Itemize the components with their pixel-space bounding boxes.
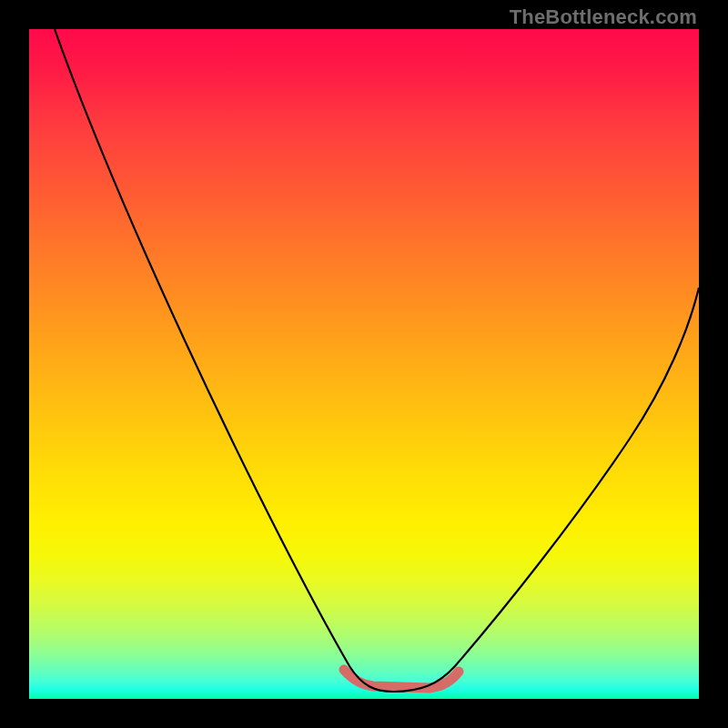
plot-area <box>29 29 699 699</box>
watermark-label: TheBottleneck.com <box>510 5 697 29</box>
chart-frame: TheBottleneck.com <box>0 0 728 728</box>
curve-right-branch <box>393 288 699 692</box>
curve-left-branch <box>55 29 393 692</box>
bottleneck-curve-svg <box>29 29 699 699</box>
